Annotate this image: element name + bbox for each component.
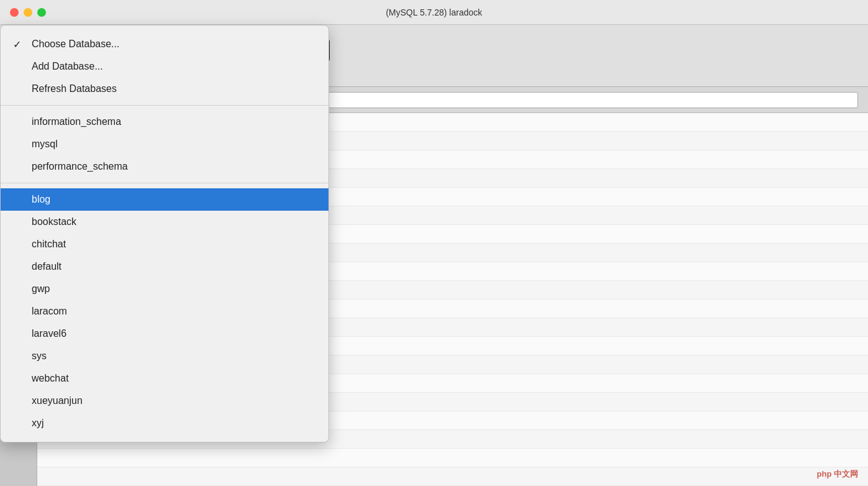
- db-default-label: default: [32, 261, 61, 272]
- dropdown-item-gwp[interactable]: gwp: [1, 278, 328, 300]
- db-chitchat-label: chitchat: [32, 239, 66, 250]
- dropdown-item-bookstack[interactable]: bookstack: [1, 211, 328, 233]
- window-title: (MySQL 5.7.28) laradock: [386, 7, 482, 17]
- close-button[interactable]: [10, 8, 19, 17]
- window-controls: [10, 8, 46, 17]
- dropdown-header-section: ✓ Choose Database... Add Database... Ref…: [1, 30, 328, 103]
- db-xyj-label: xyj: [32, 418, 44, 429]
- maximize-button[interactable]: [37, 8, 46, 17]
- db-bookstack-label: bookstack: [32, 216, 76, 227]
- db-laracom-label: laracom: [32, 306, 67, 317]
- dropdown-item-blog[interactable]: blog: [1, 188, 328, 211]
- check-icon: ✓: [13, 39, 24, 50]
- db-performance-schema-label: performance_schema: [32, 161, 128, 172]
- dropdown-item-xyj[interactable]: xyj: [1, 412, 328, 434]
- add-db-label: Add Database...: [32, 61, 103, 72]
- table-row: [37, 467, 868, 486]
- dropdown-item-laracom[interactable]: laracom: [1, 300, 328, 323]
- dropdown-item-add-db[interactable]: Add Database...: [1, 55, 328, 78]
- minimize-button[interactable]: [24, 8, 32, 17]
- db-mysql-label: mysql: [32, 139, 58, 150]
- watermark-text: php 中文网: [817, 469, 858, 479]
- dropdown-item-xueyuanjun[interactable]: xueyuanjun: [1, 390, 328, 412]
- watermark: php 中文网: [817, 469, 858, 480]
- db-sys-label: sys: [32, 351, 47, 362]
- dropdown-item-choose-db[interactable]: ✓ Choose Database...: [1, 33, 328, 55]
- dropdown-item-mysql[interactable]: mysql: [1, 133, 328, 155]
- refresh-db-label: Refresh Databases: [32, 83, 117, 94]
- dropdown-user-databases: blog bookstack chitchat default gwp lara…: [1, 183, 328, 437]
- dropdown-item-sys[interactable]: sys: [1, 345, 328, 367]
- dropdown-item-refresh-db[interactable]: Refresh Databases: [1, 78, 328, 100]
- db-xueyuanjun-label: xueyuanjun: [32, 395, 83, 406]
- db-gwp-label: gwp: [32, 283, 50, 295]
- dropdown-item-default[interactable]: default: [1, 255, 328, 278]
- db-blog-label: blog: [32, 194, 50, 205]
- dropdown-item-performance-schema[interactable]: performance_schema: [1, 155, 328, 178]
- dropdown-item-webchat[interactable]: webchat: [1, 367, 328, 390]
- dropdown-item-information-schema[interactable]: information_schema: [1, 111, 328, 133]
- database-dropdown: ✓ Choose Database... Add Database... Ref…: [0, 25, 329, 442]
- db-webchat-label: webchat: [32, 373, 69, 384]
- titlebar: (MySQL 5.7.28) laradock: [0, 0, 868, 25]
- search-input-wrap[interactable]: 🔍: [282, 92, 858, 108]
- db-laravel6-label: laravel6: [32, 328, 66, 339]
- table-row: [37, 449, 868, 467]
- dropdown-item-chitchat[interactable]: chitchat: [1, 233, 328, 255]
- choose-db-label: Choose Database...: [32, 39, 119, 50]
- dropdown-system-databases: information_schema mysql performance_sch…: [1, 105, 328, 180]
- dropdown-item-laravel6[interactable]: laravel6: [1, 323, 328, 345]
- db-information-schema-label: information_schema: [32, 116, 121, 127]
